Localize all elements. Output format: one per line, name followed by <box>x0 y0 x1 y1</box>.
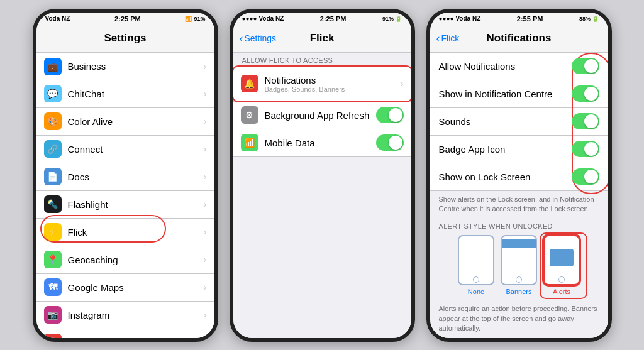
show-lock-screen-toggle[interactable] <box>572 168 599 185</box>
notifications-content: Allow Notifications Show in Notification… <box>430 53 608 338</box>
chevron-icon: › <box>204 116 207 126</box>
app-label-lesmills: Les Mills NZ <box>68 337 197 338</box>
mobiledata-toggle[interactable] <box>376 134 404 151</box>
nav-bar-3: ‹ Flick Notifications <box>430 25 608 53</box>
mobiledata-text: Mobile Data <box>265 138 370 148</box>
show-notif-centre-toggle[interactable] <box>572 85 599 102</box>
alert-none-label: None <box>468 288 484 295</box>
notifications-text: Notifications Badges, Sounds, Banners <box>265 75 394 93</box>
show-notif-centre-label: Show in Notification Centre <box>439 89 565 99</box>
alert-desc: Alerts require an action before proceedi… <box>430 300 608 337</box>
app-icon-instagram: 📷 <box>44 306 62 324</box>
notifications-icon: 🔔 <box>241 75 258 92</box>
status-bar-1: Voda NZ 2:25 PM 📶 91% <box>36 13 214 25</box>
back-button-2[interactable]: ‹ Settings <box>240 33 277 44</box>
back-label-2: Settings <box>245 33 277 43</box>
badge-app-icon-row[interactable]: Badge App Icon <box>430 136 608 163</box>
list-item[interactable]: L Les Mills NZ › <box>36 329 214 338</box>
app-label-coloralive: Color Alive <box>68 116 197 127</box>
app-label-connect: Connect <box>68 144 197 155</box>
flick-mobiledata-row[interactable]: 📶 Mobile Data <box>233 129 411 157</box>
status-bar-2: ●●●● Voda NZ 2:25 PM 91% 🔋 <box>233 13 411 25</box>
list-item[interactable]: 📄 Docs › <box>36 163 214 191</box>
phone-mock-banners <box>501 235 537 285</box>
back-button-3[interactable]: ‹ Flick <box>436 33 460 44</box>
list-item[interactable]: 🗺 Google Maps › <box>36 274 214 302</box>
app-label-business: Business <box>68 61 197 72</box>
sounds-label: Sounds <box>439 116 565 127</box>
app-icon-chitchat: 💬 <box>44 85 62 102</box>
nav-title-2: Flick <box>310 32 335 45</box>
chevron-icon: › <box>204 199 207 209</box>
notifications-label: Notifications <box>265 75 394 85</box>
badge-app-icon-toggle[interactable] <box>572 141 599 157</box>
list-item-flick[interactable]: ⚡ Flick › <box>36 219 214 246</box>
chevron-icon: › <box>204 337 207 338</box>
list-item[interactable]: 💼 Business › <box>36 53 214 80</box>
app-label-flashlight: Flashlight <box>68 199 197 210</box>
back-label-3: Flick <box>441 33 460 43</box>
app-icon-lesmills: L <box>44 334 62 338</box>
app-icon-coloralive: 🎨 <box>44 112 62 130</box>
lock-screen-desc: Show alerts on the Lock screen, and in N… <box>430 191 608 218</box>
app-label-instagram: Instagram <box>68 310 197 320</box>
allow-notif-label: Allow Notifications <box>439 61 565 72</box>
phone-3: ●●●● Voda NZ 2:55 PM 88% 🔋 ‹ Flick Notif… <box>426 9 612 342</box>
list-item[interactable]: 📍 Geocaching › <box>36 246 214 274</box>
list-item[interactable]: 🔗 Connect › <box>36 136 214 163</box>
phone-2: ●●●● Voda NZ 2:25 PM 91% 🔋 ‹ Settings Fl… <box>230 9 415 342</box>
phones-container: Voda NZ 2:25 PM 📶 91% Settings 💼 Busines… <box>26 3 618 348</box>
notifications-sublabel: Badges, Sounds, Banners <box>265 85 394 93</box>
carrier-3: ●●●● Voda NZ <box>439 15 481 22</box>
alert-style-header: ALERT STYLE WHEN UNLOCKED <box>439 222 599 230</box>
flick-refresh-row[interactable]: ⚙ Background App Refresh <box>233 102 411 129</box>
refresh-text: Background App Refresh <box>265 110 370 121</box>
app-icon-geocaching: 📍 <box>44 251 62 268</box>
back-chevron-icon: ‹ <box>240 33 243 44</box>
list-item[interactable]: 💬 ChitChat › <box>36 80 214 108</box>
alert-style-section: ALERT STYLE WHEN UNLOCKED None <box>430 217 608 300</box>
mobiledata-icon: 📶 <box>241 134 258 151</box>
refresh-toggle[interactable] <box>376 107 404 123</box>
chevron-icon: › <box>204 172 207 182</box>
sounds-toggle[interactable] <box>572 113 599 129</box>
settings-list[interactable]: 💼 Business › 💬 ChitChat › 🎨 Color Alive … <box>36 53 214 338</box>
time-3: 2:55 PM <box>517 15 543 23</box>
chevron-icon: › <box>204 310 207 320</box>
phone-mock-alerts <box>543 235 580 285</box>
app-icon-flick: ⚡ <box>44 223 62 241</box>
chevron-icon: › <box>204 62 207 72</box>
alert-style-alerts[interactable]: Alerts <box>543 235 580 295</box>
chevron-icon: › <box>204 227 207 237</box>
home-btn-icon <box>473 276 479 283</box>
app-icon-googlemaps: 🗺 <box>44 278 62 296</box>
alert-alerts-label: Alerts <box>553 288 570 295</box>
carrier-1: Voda NZ <box>45 15 70 22</box>
battery-1: 📶 91% <box>185 16 205 22</box>
chevron-icon: › <box>204 282 207 292</box>
nav-title-3: Notifications <box>487 32 552 45</box>
list-item[interactable]: 🎨 Color Alive › <box>36 108 214 136</box>
allow-notif-toggle[interactable] <box>572 58 599 74</box>
show-lock-screen-label: Show on Lock Screen <box>439 172 565 182</box>
show-notif-centre-row[interactable]: Show in Notification Centre <box>430 80 608 108</box>
banner-preview <box>502 239 536 248</box>
list-item[interactable]: 🔦 Flashlight › <box>36 191 214 219</box>
refresh-icon: ⚙ <box>241 106 258 124</box>
flick-notifications-row[interactable]: 🔔 Notifications Badges, Sounds, Banners … <box>233 67 411 102</box>
list-item[interactable]: 📷 Instagram › <box>36 302 214 329</box>
battery-3: 88% 🔋 <box>579 16 599 22</box>
alert-banners-label: Banners <box>506 288 532 295</box>
alert-style-banners[interactable]: Banners <box>501 235 537 295</box>
nav-title-1: Settings <box>104 32 146 45</box>
app-icon-connect: 🔗 <box>44 140 62 158</box>
alert-style-none[interactable]: None <box>458 235 494 295</box>
app-icon-flashlight: 🔦 <box>44 195 62 213</box>
show-lock-screen-row[interactable]: Show on Lock Screen <box>430 163 608 191</box>
battery-2: 91% 🔋 <box>382 16 402 22</box>
sounds-row[interactable]: Sounds <box>430 108 608 136</box>
refresh-label: Background App Refresh <box>265 110 370 121</box>
phone-1: Voda NZ 2:25 PM 📶 91% Settings 💼 Busines… <box>33 9 218 342</box>
allow-notif-row[interactable]: Allow Notifications <box>430 53 608 80</box>
carrier-2: ●●●● Voda NZ <box>242 15 284 22</box>
